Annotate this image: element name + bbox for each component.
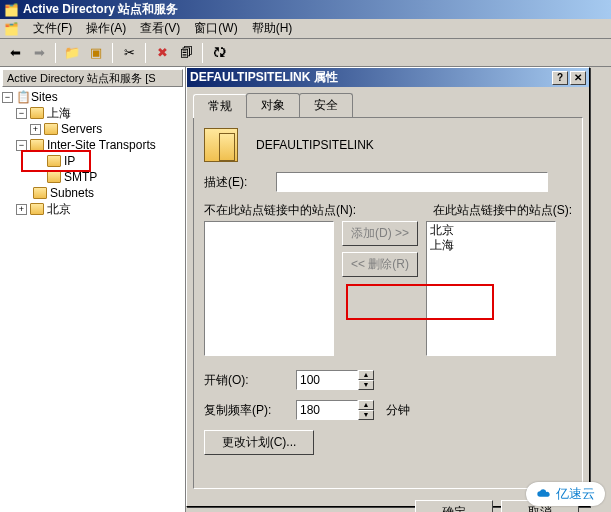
dialog-title: DEFAULTIPSITELINK 属性 (190, 69, 338, 86)
add-button[interactable]: 添加(D) >> (342, 221, 418, 246)
tree-header[interactable]: Active Directory 站点和服务 [S (2, 69, 183, 87)
change-schedule-button[interactable]: 更改计划(C)... (204, 430, 314, 455)
forward-button: ➡ (28, 42, 50, 64)
app-icon: 🗂️ (4, 3, 19, 17)
tab-strip: 常规 对象 安全 (193, 93, 583, 117)
folder-icon (30, 139, 44, 151)
tab-object[interactable]: 对象 (246, 93, 300, 117)
list-item[interactable]: 北京 (428, 223, 554, 238)
tree-subnets[interactable]: Subnets (2, 185, 183, 201)
not-in-sites-listbox[interactable] (204, 221, 334, 356)
tab-security[interactable]: 安全 (299, 93, 353, 117)
up-button[interactable]: 📁 (61, 42, 83, 64)
cost-input[interactable] (296, 370, 358, 390)
menu-help[interactable]: 帮助(H) (252, 20, 293, 37)
delete-button[interactable]: ✖ (151, 42, 173, 64)
cost-label: 开销(O): (204, 372, 296, 389)
tree-smtp[interactable]: SMTP (2, 169, 183, 185)
folder-icon (30, 107, 44, 119)
heading-text: DEFAULTIPSITELINK (256, 138, 374, 152)
cost-spin-down[interactable]: ▼ (358, 380, 374, 390)
toolbar: ⬅ ➡ 📁 ▣ ✂ ✖ 🗐 🗘 (0, 39, 611, 67)
tree-root-sites[interactable]: −📋 Sites (2, 89, 183, 105)
main-titlebar: 🗂️ Active Directory 站点和服务 (0, 0, 611, 19)
tree-servers[interactable]: +Servers (2, 121, 183, 137)
watermark: 亿速云 (526, 482, 605, 506)
folder-icon (47, 171, 61, 183)
list-item[interactable]: 上海 (428, 238, 554, 253)
menu-action[interactable]: 操作(A) (86, 20, 126, 37)
menu-window[interactable]: 窗口(W) (194, 20, 237, 37)
refresh-button[interactable]: 🗘 (208, 42, 230, 64)
ok-button[interactable]: 确定 (415, 500, 493, 512)
repl-spin-up[interactable]: ▲ (358, 400, 374, 410)
menubar: 🗂️ 文件(F) 操作(A) 查看(V) 窗口(W) 帮助(H) (0, 19, 611, 39)
help-button[interactable]: ? (552, 71, 568, 85)
tree: −📋 Sites −上海 +Servers −Inter-Site Transp… (2, 87, 183, 217)
replication-label: 复制频率(P): (204, 402, 296, 419)
replication-input[interactable] (296, 400, 358, 420)
not-in-link-label: 不在此站点链接中的站点(N): (204, 202, 356, 219)
tree-intersite-transports[interactable]: −Inter-Site Transports (2, 137, 183, 153)
folder-icon (30, 203, 44, 215)
description-input[interactable] (276, 172, 548, 192)
tab-general[interactable]: 常规 (193, 94, 247, 118)
back-button[interactable]: ⬅ (4, 42, 26, 64)
menu-app-icon[interactable]: 🗂️ (4, 22, 19, 36)
tab-panel-general: DEFAULTIPSITELINK 描述(E): 不在此站点链接中的站点(N):… (193, 117, 583, 489)
cost-spin-up[interactable]: ▲ (358, 370, 374, 380)
tree-shanghai[interactable]: −上海 (2, 105, 183, 121)
dialog-titlebar: DEFAULTIPSITELINK 属性 ? ✕ (187, 68, 589, 87)
repl-spin-down[interactable]: ▼ (358, 410, 374, 420)
tree-pane: Active Directory 站点和服务 [S −📋 Sites −上海 +… (0, 67, 186, 512)
folder-icon (47, 155, 61, 167)
window-title: Active Directory 站点和服务 (23, 1, 178, 18)
remove-button[interactable]: << 删除(R) (342, 252, 418, 277)
folder-icon (44, 123, 58, 135)
folder-icon (33, 187, 47, 199)
tree-ip[interactable]: IP (2, 153, 183, 169)
replication-unit: 分钟 (386, 402, 410, 419)
tree-beijing[interactable]: +北京 (2, 201, 183, 217)
show-hide-button[interactable]: ▣ (85, 42, 107, 64)
sitelink-icon (204, 128, 238, 162)
description-label: 描述(E): (204, 174, 276, 191)
close-button[interactable]: ✕ (570, 71, 586, 85)
cloud-icon (536, 488, 552, 500)
in-link-label: 在此站点链接中的站点(S): (433, 202, 572, 219)
menu-view[interactable]: 查看(V) (140, 20, 180, 37)
in-sites-listbox[interactable]: 北京 上海 (426, 221, 556, 356)
properties-dialog: DEFAULTIPSITELINK 属性 ? ✕ 常规 对象 安全 DEFAUL… (186, 67, 590, 507)
cut-button[interactable]: ✂ (118, 42, 140, 64)
properties-button[interactable]: 🗐 (175, 42, 197, 64)
menu-file[interactable]: 文件(F) (33, 20, 72, 37)
